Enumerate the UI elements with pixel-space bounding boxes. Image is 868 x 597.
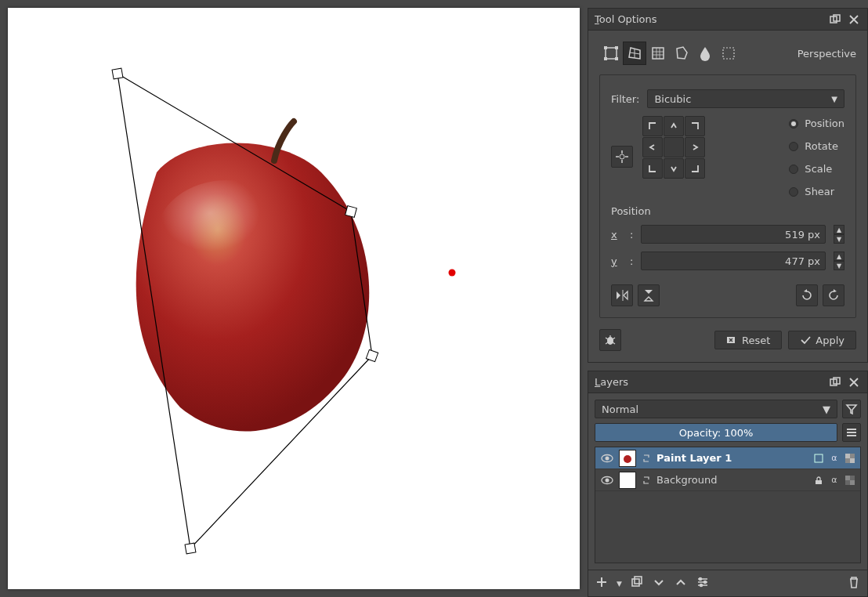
- cage-icon[interactable]: [670, 42, 693, 65]
- reset-icon: [726, 335, 737, 346]
- svg-rect-35: [635, 577, 642, 584]
- layers-panel: Layers Normal▼ Opacity: 100% Paint Layer…: [588, 371, 868, 597]
- transform-group: Filter: Bicubic ▼: [599, 74, 856, 318]
- mode-shear-radio[interactable]: Shear: [789, 186, 844, 197]
- lock-icon[interactable]: [813, 475, 824, 486]
- svg-marker-1: [118, 74, 372, 548]
- mode-rotate-radio[interactable]: Rotate: [789, 140, 844, 152]
- duplicate-layer-button[interactable]: [630, 575, 644, 592]
- svg-rect-14: [653, 48, 664, 59]
- detach-icon[interactable]: [828, 375, 842, 389]
- nudge-top-right[interactable]: [685, 116, 705, 136]
- svg-rect-10: [615, 46, 618, 49]
- detach-icon[interactable]: [828, 13, 842, 27]
- y-field[interactable]: 477 px: [641, 251, 826, 270]
- svg-rect-33: [850, 480, 855, 485]
- layers-header: Layers: [588, 371, 867, 393]
- move-layer-up-button[interactable]: [674, 575, 688, 592]
- nudge-up[interactable]: [664, 116, 684, 136]
- mode-scale-radio[interactable]: Scale: [789, 163, 844, 175]
- pivot-point[interactable]: [449, 270, 456, 277]
- svg-rect-9: [604, 46, 607, 49]
- layer-name[interactable]: Background: [656, 474, 808, 486]
- checker-icon[interactable]: [844, 453, 855, 464]
- svg-rect-2: [112, 68, 123, 79]
- debug-icon[interactable]: [599, 329, 621, 351]
- nudge-bottom-right[interactable]: [685, 158, 705, 179]
- liquify-icon[interactable]: [693, 42, 717, 65]
- layer-settings-button[interactable]: [696, 575, 710, 592]
- checker-icon[interactable]: [844, 475, 855, 486]
- add-layer-menu-icon[interactable]: ▼: [617, 580, 622, 588]
- alpha-icon[interactable]: α: [829, 453, 840, 464]
- free-transform-icon[interactable]: [599, 42, 623, 65]
- layer-thumbnail: [619, 450, 636, 467]
- nudge-left[interactable]: [642, 137, 663, 157]
- nudge-pad: [642, 116, 705, 179]
- nudge-right[interactable]: [685, 137, 705, 157]
- y-spinner[interactable]: ▲▼: [834, 251, 844, 270]
- nudge-down[interactable]: [664, 158, 684, 179]
- move-layer-down-button[interactable]: [652, 575, 666, 592]
- mesh-icon[interactable]: [717, 42, 740, 65]
- y-label: y: [611, 255, 622, 267]
- chevron-down-icon: ▼: [831, 95, 837, 103]
- svg-rect-15: [723, 48, 734, 59]
- close-icon[interactable]: [847, 13, 861, 27]
- tool-name-label: Perspective: [797, 48, 856, 60]
- flip-horizontal-button[interactable]: [611, 284, 633, 306]
- filter-layers-icon[interactable]: [842, 400, 861, 418]
- svg-rect-8: [606, 48, 617, 59]
- canvas[interactable]: [8, 8, 580, 589]
- visibility-icon[interactable]: [600, 474, 614, 487]
- layer-options-icon[interactable]: [842, 423, 861, 442]
- x-field[interactable]: 519 px: [641, 225, 826, 244]
- filter-combo[interactable]: Bicubic ▼: [647, 89, 844, 108]
- x-spinner[interactable]: ▲▼: [834, 225, 844, 244]
- alpha-icon[interactable]: α: [829, 475, 840, 486]
- perspective-frame[interactable]: [8, 8, 580, 589]
- layer-thumbnail: [619, 472, 636, 489]
- layer-row[interactable]: Background α: [595, 469, 860, 491]
- nudge-center[interactable]: [664, 137, 684, 157]
- layers-title: Layers: [595, 376, 823, 388]
- chevron-down-icon: ▼: [823, 403, 830, 415]
- perspective-icon[interactable]: [623, 42, 646, 65]
- apply-button[interactable]: Apply: [788, 331, 856, 349]
- opacity-slider[interactable]: Opacity: 100%: [595, 423, 837, 442]
- tool-options-panel: Tool Options Perspective Filter:: [588, 8, 868, 363]
- style-icon[interactable]: [813, 453, 824, 464]
- layer-row[interactable]: Paint Layer 1 α: [595, 447, 860, 469]
- flip-vertical-button[interactable]: [638, 284, 660, 306]
- nudge-top-left[interactable]: [642, 116, 663, 136]
- layers-footer: ▼: [588, 570, 867, 596]
- svg-rect-34: [632, 579, 639, 586]
- check-icon: [800, 335, 811, 346]
- filter-label: Filter:: [611, 93, 639, 105]
- position-label: Position: [611, 205, 844, 217]
- canvas-area: [0, 0, 588, 597]
- svg-point-29: [606, 478, 609, 482]
- reset-button[interactable]: Reset: [714, 331, 782, 349]
- link-icon[interactable]: [641, 475, 652, 486]
- anchor-origin-button[interactable]: [611, 146, 633, 168]
- nudge-bottom-left[interactable]: [642, 158, 663, 179]
- add-layer-button[interactable]: [595, 575, 609, 592]
- close-icon[interactable]: [847, 375, 861, 389]
- tool-options-header: Tool Options: [588, 9, 867, 31]
- svg-rect-24: [815, 454, 823, 462]
- svg-rect-26: [845, 454, 850, 458]
- link-icon[interactable]: [641, 453, 652, 464]
- mode-position-radio[interactable]: Position: [789, 118, 844, 129]
- svg-point-17: [607, 337, 613, 345]
- warp-icon[interactable]: [646, 42, 670, 65]
- svg-point-37: [703, 581, 706, 584]
- rotate-ccw-button[interactable]: [796, 284, 818, 306]
- svg-rect-3: [345, 206, 357, 218]
- rotate-cw-button[interactable]: [823, 284, 844, 306]
- delete-layer-button[interactable]: [847, 575, 861, 592]
- svg-rect-32: [845, 476, 850, 480]
- visibility-icon[interactable]: [600, 452, 614, 465]
- layer-name[interactable]: Paint Layer 1: [656, 452, 808, 464]
- blend-mode-combo[interactable]: Normal▼: [595, 400, 837, 418]
